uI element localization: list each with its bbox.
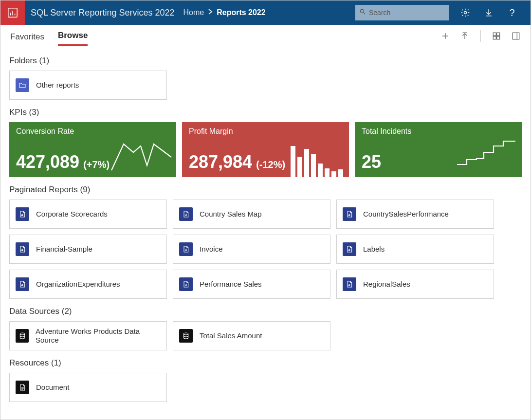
kpi-total-incidents[interactable]: Total Incidents 25: [355, 122, 522, 177]
tile-label: Country Sales Map: [200, 210, 262, 219]
resource-tile[interactable]: Document: [9, 373, 167, 402]
kpi-profit-margin[interactable]: Profit Margin 287,984 (-12%): [182, 122, 349, 177]
svg-rect-30: [349, 249, 350, 251]
svg-rect-35: [348, 285, 349, 286]
document-icon: [16, 381, 29, 394]
report-icon: [16, 277, 29, 291]
report-icon: [343, 207, 356, 221]
kpi-value: 427,089: [16, 152, 79, 172]
report-tile[interactable]: Country Sales Map: [173, 200, 330, 229]
svg-rect-36: [349, 284, 350, 286]
app-title: SQL Server Reporting Services 2022: [31, 8, 174, 18]
svg-rect-13: [493, 33, 496, 36]
svg-rect-19: [21, 215, 22, 216]
gear-icon[interactable]: [460, 8, 470, 18]
help-icon[interactable]: ?: [507, 8, 517, 18]
app-logo[interactable]: [0, 0, 25, 25]
kpi-title: Profit Margin: [189, 127, 342, 136]
report-tile[interactable]: Corporate Scorecards: [9, 200, 167, 229]
sparkline-step-icon: [455, 135, 518, 174]
svg-rect-16: [497, 37, 500, 39]
tile-label: Other reports: [36, 81, 79, 90]
datasource-tile[interactable]: Adventure Works Products Data Source: [9, 321, 167, 350]
svg-rect-32: [22, 284, 23, 286]
svg-rect-25: [21, 250, 22, 251]
report-tile[interactable]: CountrySalesPerformance: [336, 200, 494, 229]
tile-label: Total Sales Amount: [200, 331, 262, 340]
report-tile[interactable]: OrganizationExpenditures: [9, 270, 167, 299]
tab-browse[interactable]: Browse: [58, 26, 88, 46]
database-icon: [179, 329, 193, 343]
svg-rect-26: [22, 249, 23, 251]
report-icon: [16, 207, 29, 221]
section-title-kpis: KPIs (3): [9, 108, 522, 117]
svg-rect-21: [185, 215, 185, 216]
new-icon[interactable]: [440, 31, 450, 41]
report-icon: [16, 242, 29, 256]
sparkline-line-icon: [109, 135, 172, 174]
kpi-title: Conversion Rate: [16, 127, 169, 136]
svg-rect-27: [185, 250, 185, 251]
report-icon: [343, 277, 356, 291]
tile-label: Document: [36, 383, 69, 392]
breadcrumb-home[interactable]: Home: [183, 8, 204, 17]
content-area: Folders (1) Other reports KPIs (3) Conve…: [0, 46, 531, 411]
details-pane-icon[interactable]: [511, 31, 521, 41]
svg-rect-14: [497, 33, 500, 36]
report-tile[interactable]: RegionalSales: [336, 270, 494, 299]
upload-icon[interactable]: [460, 31, 470, 41]
search-icon: [359, 8, 366, 17]
kpi-delta: (+7%): [83, 159, 110, 170]
report-icon: [179, 277, 193, 291]
report-tile[interactable]: Invoice: [173, 235, 330, 264]
section-title-folders: Folders (1): [9, 56, 522, 66]
tab-bar: Favorites Browse: [0, 25, 531, 46]
tile-label: RegionalSales: [363, 280, 410, 289]
top-icons: ?: [460, 8, 531, 18]
report-icon: [179, 242, 193, 256]
download-icon[interactable]: [484, 8, 494, 18]
kpi-conversion-rate[interactable]: Conversion Rate 427,089 (+7%): [9, 122, 176, 177]
datasource-tile[interactable]: Total Sales Amount: [173, 321, 330, 350]
kpi-value: 25: [362, 152, 381, 172]
tile-label: Corporate Scorecards: [36, 210, 108, 219]
tile-label: Labels: [363, 245, 385, 254]
search-input[interactable]: [369, 9, 445, 17]
svg-point-6: [464, 12, 467, 14]
breadcrumb: Home Reports 2022: [183, 8, 265, 17]
section-title-paginated: Paginated Reports (9): [9, 185, 522, 195]
svg-rect-31: [21, 285, 22, 286]
svg-rect-33: [185, 285, 185, 286]
report-tile[interactable]: Financial-Sample: [9, 235, 167, 264]
kpi-value: 287,984: [189, 152, 252, 172]
folder-tile[interactable]: Other reports: [9, 71, 167, 100]
svg-rect-28: [186, 249, 186, 251]
tile-label: Performance Sales: [200, 280, 262, 289]
svg-point-38: [183, 333, 188, 335]
tile-label: OrganizationExpenditures: [36, 280, 120, 289]
svg-line-5: [364, 13, 366, 15]
chevron-right-icon: [208, 8, 213, 17]
breadcrumb-current: Reports 2022: [217, 8, 266, 17]
toolbar-divider: [480, 30, 481, 42]
svg-rect-15: [493, 37, 496, 39]
database-icon: [16, 329, 29, 343]
tiles-view-icon[interactable]: [492, 31, 501, 41]
svg-rect-29: [348, 250, 349, 251]
svg-rect-22: [186, 214, 186, 216]
folder-icon: [16, 78, 29, 92]
report-icon: [179, 207, 193, 221]
report-icon: [343, 242, 356, 256]
kpi-delta: (-12%): [256, 159, 285, 170]
kpi-title: Total Incidents: [362, 127, 515, 136]
search-box[interactable]: [355, 5, 449, 20]
tab-favorites[interactable]: Favorites: [10, 27, 44, 46]
report-tile[interactable]: Labels: [336, 235, 494, 264]
svg-rect-34: [186, 284, 186, 286]
report-tile[interactable]: Performance Sales: [173, 270, 330, 299]
section-title-resources: Resources (1): [9, 358, 522, 368]
top-bar: SQL Server Reporting Services 2022 Home …: [0, 0, 531, 25]
tile-label: CountrySalesPerformance: [363, 210, 449, 219]
svg-rect-24: [349, 214, 350, 216]
svg-rect-23: [348, 215, 349, 216]
